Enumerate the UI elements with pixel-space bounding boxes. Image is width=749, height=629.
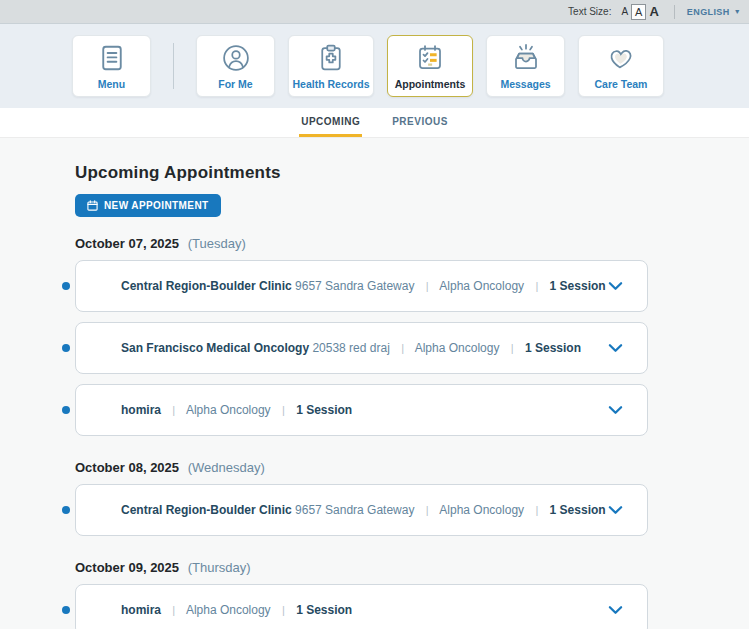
calendar-checklist-icon bbox=[415, 43, 445, 73]
nav-item-label: For Me bbox=[218, 78, 252, 90]
nav-item-menu[interactable]: Menu bbox=[72, 35, 151, 97]
nav-item-care-team[interactable]: Care Team bbox=[578, 35, 664, 97]
provider-name: Alpha Oncology bbox=[439, 279, 524, 293]
appointment-card[interactable]: homira | Alpha Oncology | 1 Session bbox=[75, 584, 648, 629]
appointment-summary: Central Region-Boulder Clinic 9657 Sandr… bbox=[121, 503, 606, 517]
group-date: October 08, 2025 bbox=[75, 460, 179, 475]
nav-item-for-me[interactable]: For Me bbox=[196, 35, 275, 97]
expand-chevron-icon[interactable] bbox=[606, 603, 625, 617]
separator: | bbox=[535, 504, 538, 516]
facility-name: Central Region-Boulder Clinic bbox=[121, 503, 292, 517]
status-dot bbox=[62, 406, 70, 414]
provider-name: Alpha Oncology bbox=[186, 403, 271, 417]
menu-icon bbox=[97, 43, 127, 73]
inbox-icon bbox=[511, 43, 541, 73]
appointment-card[interactable]: San Francisco Medical Oncology 20538 red… bbox=[75, 322, 648, 374]
page-title: Upcoming Appointments bbox=[75, 163, 648, 183]
group-date-row: October 08, 2025 (Wednesday) bbox=[75, 460, 648, 475]
topbar-divider bbox=[674, 5, 675, 19]
session-count: 1 Session bbox=[550, 279, 606, 293]
separator: | bbox=[426, 504, 429, 516]
expand-chevron-icon[interactable] bbox=[606, 341, 625, 355]
separator: | bbox=[172, 404, 175, 416]
caret-down-icon: ▼ bbox=[734, 8, 741, 15]
tab-upcoming[interactable]: UPCOMING bbox=[299, 108, 362, 137]
separator: | bbox=[172, 604, 175, 616]
appointment-card[interactable]: Central Region-Boulder Clinic 9657 Sandr… bbox=[75, 260, 648, 312]
group-date: October 07, 2025 bbox=[75, 236, 179, 251]
nav-item-label: Health Records bbox=[292, 78, 369, 90]
facility-name: homira bbox=[121, 603, 161, 617]
facility-name: San Francisco Medical Oncology bbox=[121, 341, 309, 355]
text-size-medium-button[interactable]: A bbox=[631, 4, 646, 20]
text-size-large-button[interactable]: A bbox=[646, 4, 661, 19]
expand-chevron-icon[interactable] bbox=[606, 279, 625, 293]
facility-address: 9657 Sandra Gateway bbox=[295, 279, 414, 293]
appointment-summary: San Francisco Medical Oncology 20538 red… bbox=[121, 341, 581, 355]
clipboard-medical-icon bbox=[316, 43, 346, 73]
new-appointment-button[interactable]: NEW APPOINTMENT bbox=[75, 194, 221, 217]
expand-chevron-icon[interactable] bbox=[606, 403, 625, 417]
session-count: 1 Session bbox=[296, 603, 352, 617]
appointment-card[interactable]: Central Region-Boulder Clinic 9657 Sandr… bbox=[75, 484, 648, 536]
expand-chevron-icon[interactable] bbox=[606, 503, 625, 517]
appointment-summary: Central Region-Boulder Clinic 9657 Sandr… bbox=[121, 279, 606, 293]
separator: | bbox=[535, 280, 538, 292]
provider-name: Alpha Oncology bbox=[415, 341, 500, 355]
tab-previous[interactable]: PREVIOUS bbox=[390, 108, 450, 137]
appointment-card[interactable]: homira | Alpha Oncology | 1 Session bbox=[75, 384, 648, 436]
nav-item-label: Care Team bbox=[595, 78, 648, 90]
nav-item-label: Menu bbox=[98, 78, 125, 90]
separator: | bbox=[511, 342, 514, 354]
nav-item-health-records[interactable]: Health Records bbox=[288, 35, 374, 97]
appointment-group: October 09, 2025 (Thursday) homira | Alp… bbox=[75, 560, 648, 629]
nav-item-label: Appointments bbox=[395, 78, 466, 90]
group-date: October 09, 2025 bbox=[75, 560, 179, 575]
status-dot bbox=[62, 282, 70, 290]
separator: | bbox=[282, 604, 285, 616]
facility-name: Central Region-Boulder Clinic bbox=[121, 279, 292, 293]
provider-name: Alpha Oncology bbox=[186, 603, 271, 617]
group-weekday: (Wednesday) bbox=[188, 460, 265, 475]
session-count: 1 Session bbox=[296, 403, 352, 417]
text-size-label: Text Size: bbox=[568, 6, 611, 17]
appointment-list: Central Region-Boulder Clinic 9657 Sandr… bbox=[75, 484, 648, 536]
text-size-small-button[interactable]: A bbox=[618, 4, 631, 19]
language-label: ENGLISH bbox=[687, 7, 730, 17]
calendar-icon bbox=[87, 200, 98, 211]
appointment-list: homira | Alpha Oncology | 1 Session bbox=[75, 584, 648, 629]
main-content: Upcoming Appointments NEW APPOINTMENT Oc… bbox=[0, 138, 749, 629]
group-weekday: (Tuesday) bbox=[188, 236, 246, 251]
nav-item-label: Messages bbox=[500, 78, 550, 90]
main-nav: Menu For Me Health Records bbox=[0, 23, 749, 108]
facility-address: 9657 Sandra Gateway bbox=[295, 503, 414, 517]
heart-icon bbox=[606, 43, 636, 73]
appointment-group: October 08, 2025 (Wednesday) Central Reg… bbox=[75, 460, 648, 536]
appointment-summary: homira | Alpha Oncology | 1 Session bbox=[121, 403, 352, 417]
status-dot bbox=[62, 506, 70, 514]
status-dot bbox=[62, 344, 70, 352]
session-count: 1 Session bbox=[550, 503, 606, 517]
language-selector[interactable]: ENGLISH ▼ bbox=[687, 7, 741, 17]
provider-name: Alpha Oncology bbox=[439, 503, 524, 517]
group-weekday: (Thursday) bbox=[188, 560, 251, 575]
status-dot bbox=[62, 606, 70, 614]
new-appointment-label: NEW APPOINTMENT bbox=[104, 200, 209, 211]
session-count: 1 Session bbox=[525, 341, 581, 355]
group-date-row: October 09, 2025 (Thursday) bbox=[75, 560, 648, 575]
separator: | bbox=[426, 280, 429, 292]
nav-item-appointments[interactable]: Appointments bbox=[387, 35, 473, 97]
tab-bar: UPCOMING PREVIOUS bbox=[0, 108, 749, 138]
separator: | bbox=[282, 404, 285, 416]
appointment-list: Central Region-Boulder Clinic 9657 Sandr… bbox=[75, 260, 648, 436]
topbar: Text Size: A A A ENGLISH ▼ bbox=[0, 0, 749, 23]
facility-name: homira bbox=[121, 403, 161, 417]
appointment-group: October 07, 2025 (Tuesday) Central Regio… bbox=[75, 236, 648, 436]
facility-address: 20538 red draj bbox=[312, 341, 389, 355]
nav-divider bbox=[173, 43, 174, 89]
nav-item-messages[interactable]: Messages bbox=[486, 35, 565, 97]
group-date-row: October 07, 2025 (Tuesday) bbox=[75, 236, 648, 251]
appointment-summary: homira | Alpha Oncology | 1 Session bbox=[121, 603, 352, 617]
person-icon bbox=[221, 43, 251, 73]
appointment-groups: October 07, 2025 (Tuesday) Central Regio… bbox=[75, 236, 648, 629]
